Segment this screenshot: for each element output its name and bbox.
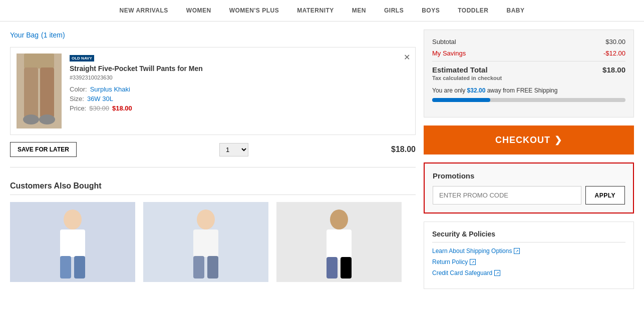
svg-point-12 xyxy=(197,210,215,230)
brand-logo: OLD NAVY xyxy=(70,55,94,62)
svg-point-4 xyxy=(23,114,39,124)
shipping-suffix: away from FREE Shipping xyxy=(485,87,557,94)
nav-item-women's-plus[interactable]: WOMEN'S PLUS xyxy=(229,7,279,14)
free-shipping-note: You are only $32.00 away from FREE Shipp… xyxy=(432,87,625,94)
item-sku: #3392310023630 xyxy=(70,74,409,80)
svg-rect-10 xyxy=(74,256,85,278)
svg-rect-18 xyxy=(327,230,352,260)
promo-input-row: APPLY xyxy=(433,186,625,204)
also-item-2[interactable] xyxy=(143,202,268,282)
size-label: Size: xyxy=(70,95,84,102)
tax-note: Tax calculated in checkout xyxy=(432,75,502,81)
security-policies-box: Security & Policies Learn About Shipping… xyxy=(424,222,634,289)
item-total: $18.00 xyxy=(391,145,416,154)
item-price-row: Price: $30.00 $18.00 xyxy=(70,104,409,112)
color-label: Color: xyxy=(70,86,87,93)
checkout-arrow-icon: ❯ xyxy=(554,134,562,146)
svg-rect-1 xyxy=(24,54,54,68)
subtotal-row: Subtotal $30.00 xyxy=(432,38,625,46)
also-bought-title: Customers Also Bought xyxy=(10,182,416,195)
nav-item-girls[interactable]: GIRLS xyxy=(384,7,404,14)
svg-point-5 xyxy=(39,114,55,124)
price-label: Price: xyxy=(70,104,86,112)
color-value[interactable]: Surplus Khaki xyxy=(90,86,130,93)
promotions-title: Promotions xyxy=(433,172,625,180)
external-link-icon-2: ↗ xyxy=(470,259,476,265)
subtotal-label: Subtotal xyxy=(432,38,456,46)
item-image xyxy=(17,54,62,128)
total-value: $18.00 xyxy=(602,66,625,81)
price-original: $30.00 xyxy=(89,104,109,112)
bag-title: Your Bag xyxy=(10,31,39,39)
quantity-select[interactable]: 1 2 3 xyxy=(219,143,248,156)
svg-rect-3 xyxy=(40,68,54,118)
shipping-options-link[interactable]: Learn About Shipping Options ↗ xyxy=(432,248,625,254)
return-policy-link[interactable]: Return Policy ↗ xyxy=(432,258,625,266)
also-item-1-image xyxy=(10,202,135,282)
svg-point-17 xyxy=(330,210,348,230)
external-link-icon-1: ↗ xyxy=(514,248,520,254)
nav-item-new-arrivals[interactable]: NEW ARRIVALS xyxy=(120,7,168,14)
right-column: Subtotal $30.00 My Savings -$12.00 Estim… xyxy=(424,30,634,289)
svg-rect-13 xyxy=(193,230,218,257)
savings-value: -$12.00 xyxy=(603,50,625,57)
external-link-icon-3: ↗ xyxy=(494,270,500,276)
main-nav: NEW ARRIVALSWOMENWOMEN'S PLUSMATERNITYME… xyxy=(0,0,644,22)
nav-item-men[interactable]: MEN xyxy=(352,7,366,14)
price-sale: $18.00 xyxy=(112,104,132,112)
security-title: Security & Policies xyxy=(432,230,625,242)
also-bought-section: Customers Also Bought xyxy=(10,182,416,282)
svg-rect-8 xyxy=(60,230,85,257)
checkout-label: CHECKOUT xyxy=(495,135,550,146)
nav-item-baby[interactable]: BABY xyxy=(506,7,524,14)
checkout-button[interactable]: CHECKOUT ❯ xyxy=(424,126,634,154)
also-item-2-image xyxy=(143,202,268,282)
promo-code-input[interactable] xyxy=(433,186,581,204)
item-color-row: Color: Surplus Khaki xyxy=(70,86,409,93)
nav-item-toddler[interactable]: TODDLER xyxy=(458,7,488,14)
svg-rect-14 xyxy=(193,256,204,278)
size-value[interactable]: 36W 30L xyxy=(87,95,113,102)
item-name: Straight Five-Pocket Twill Pants for Men xyxy=(70,64,409,72)
subtotal-value: $30.00 xyxy=(605,38,625,46)
total-label: Estimated Total xyxy=(432,66,502,74)
svg-rect-20 xyxy=(341,257,352,278)
bag-header: Your Bag (1 item) xyxy=(10,30,416,40)
also-item-3[interactable] xyxy=(276,202,402,282)
also-bought-items xyxy=(10,202,416,282)
svg-rect-2 xyxy=(24,68,38,118)
nav-item-maternity[interactable]: MATERNITY xyxy=(297,7,334,14)
cart-item: OLD NAVY Straight Five-Pocket Twill Pant… xyxy=(10,47,416,135)
left-column: Your Bag (1 item) xyxy=(10,30,416,289)
svg-rect-19 xyxy=(327,257,338,278)
svg-rect-9 xyxy=(60,256,71,278)
progress-bar-fill xyxy=(432,98,490,102)
shipping-amount: $32.00 xyxy=(467,87,486,94)
also-item-1[interactable] xyxy=(10,202,135,282)
credit-card-safeguard-link[interactable]: Credit Card Safeguard ↗ xyxy=(432,270,625,276)
credit-card-safeguard-label: Credit Card Safeguard xyxy=(432,270,492,276)
savings-label: My Savings xyxy=(432,50,466,57)
shipping-options-label: Learn About Shipping Options xyxy=(432,248,512,254)
item-footer: SAVE FOR LATER 1 2 3 $18.00 xyxy=(10,142,416,157)
svg-point-7 xyxy=(64,210,82,230)
order-summary: Subtotal $30.00 My Savings -$12.00 Estim… xyxy=(424,30,634,118)
bag-count: (1 item) xyxy=(41,31,65,39)
item-details: OLD NAVY Straight Five-Pocket Twill Pant… xyxy=(70,54,409,114)
apply-promo-button[interactable]: APPLY xyxy=(585,186,625,204)
remove-item-button[interactable]: ✕ xyxy=(404,52,410,62)
save-for-later-button[interactable]: SAVE FOR LATER xyxy=(10,142,77,157)
pants-svg xyxy=(17,54,62,128)
item-size-row: Size: 36W 30L xyxy=(70,95,409,102)
nav-item-women[interactable]: WOMEN xyxy=(186,7,211,14)
nav-item-boys[interactable]: BOYS xyxy=(422,7,440,14)
total-row: Estimated Total Tax calculated in checko… xyxy=(432,66,625,81)
savings-row: My Savings -$12.00 xyxy=(432,50,625,57)
also-item-3-image xyxy=(276,202,402,282)
shipping-progress-bar xyxy=(432,98,625,102)
shipping-prefix: You are only xyxy=(432,87,467,94)
svg-rect-15 xyxy=(207,256,218,278)
return-policy-label: Return Policy xyxy=(432,258,468,266)
promotions-box: Promotions APPLY xyxy=(424,162,634,214)
